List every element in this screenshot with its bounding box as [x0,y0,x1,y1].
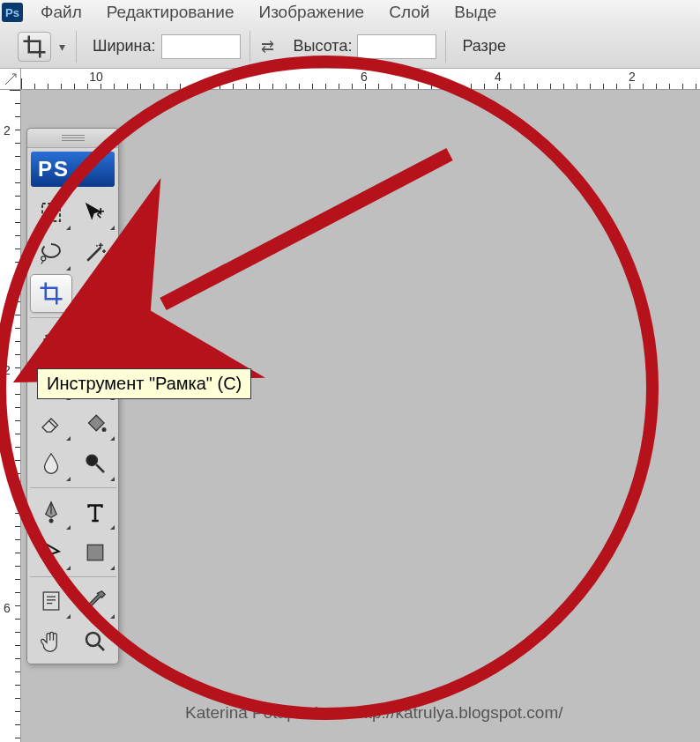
canvas-area[interactable] [21,90,700,742]
menu-image[interactable]: Изображение [246,0,376,25]
crop-tool-icon[interactable] [30,274,72,313]
notes-tool-icon[interactable] [30,582,72,620]
slice-tool-icon[interactable] [74,274,116,313]
move-tool-icon[interactable] [74,193,116,232]
height-label: Высота: [294,37,353,56]
pen-tool-icon[interactable] [30,493,72,531]
menu-edit[interactable]: Редактирование [94,0,247,25]
svg-rect-7 [87,545,103,560]
height-input[interactable] [357,34,436,59]
paint-bucket-tool-icon[interactable] [74,404,116,442]
svg-rect-0 [42,204,60,221]
svg-point-9 [86,633,100,646]
attribution: Katerina Potapenko http://katrulya.blogs… [185,703,563,723]
resolution-label: Разре [462,37,506,56]
tool-preset-crop-icon[interactable] [18,32,51,62]
brush-tool-icon[interactable] [74,323,116,361]
toolbox-drag-handle[interactable] [27,129,118,148]
shape-tool-icon[interactable] [74,533,116,572]
tool-preset-dropdown[interactable]: ▾ [56,33,67,60]
magic-wand-tool-icon[interactable] [74,234,116,272]
path-selection-tool-icon[interactable] [30,533,72,572]
dodge-tool-icon[interactable] [74,444,116,483]
lasso-tool-icon[interactable] [30,234,72,272]
marquee-tool-icon[interactable] [30,193,72,232]
menu-file[interactable]: Файл [28,0,94,25]
svg-point-1 [41,256,46,261]
author-url: http://katrulya.blogspot.com/ [354,703,563,723]
eraser-tool-icon[interactable] [30,404,72,442]
menu-select[interactable]: Выде [442,0,509,25]
author-name: Katerina Potapenko [185,703,332,723]
svg-point-6 [49,519,54,523]
options-bar: ▾ Ширина: ⇄ Высота: Разре [0,25,700,69]
blur-tool-icon[interactable] [30,444,72,483]
toolbox-logo: PS [31,152,115,187]
healing-brush-tool-icon[interactable] [30,323,72,361]
swap-dimensions-icon[interactable]: ⇄ [261,37,274,56]
zoom-tool-icon[interactable] [74,622,116,661]
svg-point-5 [86,455,98,466]
width-input[interactable] [161,34,241,59]
width-label: Ширина: [93,37,156,56]
hand-tool-icon[interactable] [30,622,72,661]
tooltip-crop: Инструмент "Рамка" (C) [37,368,251,399]
svg-rect-8 [43,592,59,610]
app-logo-icon: Ps [2,3,23,22]
ruler-horizontal[interactable]: 108642 [21,69,700,90]
type-tool-icon[interactable] [74,493,116,531]
menu-bar: Ps Файл Редактирование Изображение Слой … [0,0,700,25]
menu-layer[interactable]: Слой [376,0,442,25]
ruler-origin[interactable] [0,69,21,90]
eyedropper-tool-icon[interactable] [74,582,116,620]
svg-point-4 [102,427,107,432]
ruler-vertical[interactable]: 226 [0,90,21,742]
